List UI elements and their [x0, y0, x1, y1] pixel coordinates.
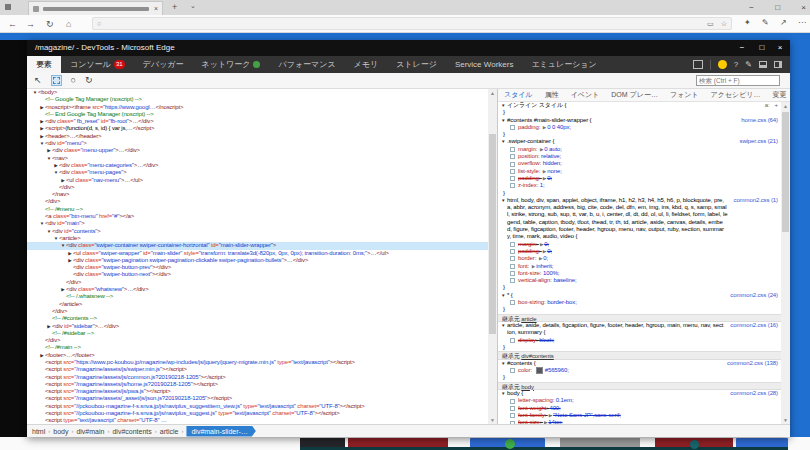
property-checkbox[interactable] — [510, 300, 515, 305]
web-note-icon[interactable]: ✎ — [762, 19, 769, 27]
dom-tree-node[interactable]: </article> — [27, 301, 488, 308]
css-property[interactable]: list-style: ▶none; — [498, 168, 781, 175]
css-property[interactable]: border: ▶0; — [498, 255, 781, 262]
tab-preview-chevron-icon[interactable]: ⌄ — [190, 2, 196, 10]
scroll-up-icon[interactable]: ▲ — [781, 102, 790, 110]
dom-refresh-icon[interactable]: ↻ — [85, 76, 93, 85]
dom-tree-node[interactable]: <script src="/magazine/assets/_asset/js/… — [27, 395, 488, 402]
dom-tree-node[interactable]: ▼<nav> — [27, 155, 488, 162]
dom-tree-node[interactable]: ▶<div class="menu-upper">…</div> — [27, 147, 488, 154]
css-file-link[interactable]: common2.css (28) — [730, 390, 778, 397]
dom-tree-node[interactable]: <!-- /#main --> — [27, 344, 488, 351]
styles-scrollbar[interactable]: ▲ ▼ — [781, 102, 790, 424]
browser-maximize-button[interactable]: □ — [775, 1, 780, 14]
dom-tree-node[interactable]: ▼<div id="main"> — [27, 220, 488, 227]
devtools-tab-3[interactable]: デバッガー — [134, 56, 193, 73]
css-property[interactable]: box-sizing: border-box; — [498, 299, 781, 306]
dom-tree-node[interactable]: <!-- End Google Tag Manager (noscript) -… — [27, 111, 488, 118]
reading-view-icon[interactable]: ▭ — [707, 20, 714, 28]
inherited-element[interactable]: div#contents — [521, 353, 554, 359]
more-icon[interactable]: ⋯ — [798, 19, 806, 27]
css-property[interactable]: margin: ▶0; — [498, 241, 781, 248]
css-property[interactable]: letter-spacing: 0.1em; — [498, 397, 781, 404]
dom-tree-node[interactable]: <!-- Google Tag Manager (noscript) --> — [27, 96, 488, 103]
dom-tree-node[interactable]: ▼<article> — [27, 235, 488, 242]
browser-close-button[interactable]: × — [801, 1, 806, 14]
dom-tree-node[interactable]: <div class="swiper-button-prev"></div> — [27, 264, 488, 271]
breadcrumb-item[interactable]: div#main — [76, 428, 104, 435]
dom-tree-node[interactable]: <a class="btn-menu" href="#"></a> — [27, 213, 488, 220]
breadcrumb-item[interactable]: article — [160, 428, 179, 435]
styles-tab-1[interactable]: スタイル — [498, 89, 539, 101]
property-checkbox[interactable] — [510, 154, 515, 159]
browser-tab[interactable]: × — [28, 1, 163, 15]
devtools-tab-6[interactable]: メモリ — [345, 56, 388, 73]
property-checkbox[interactable] — [510, 399, 515, 404]
pseudo-state-button[interactable]: a: — [765, 102, 770, 109]
dom-tree-node[interactable]: <!-- /.whatsnew --> — [27, 293, 488, 300]
new-rule-button[interactable]: + — [775, 102, 778, 109]
devtools-tab-4[interactable]: ネットワーク — [193, 56, 270, 73]
dom-tree-node[interactable]: ▼<div class="swiper-container swiper-con… — [27, 242, 488, 249]
breadcrumb-item[interactable]: div#contents — [112, 428, 151, 435]
dom-tree-node[interactable]: </div> — [27, 308, 488, 315]
dom-tree-node[interactable]: </div> — [27, 198, 488, 205]
breadcrumb-item[interactable]: div#main-slider-… — [186, 426, 255, 437]
devtools-tab-8[interactable]: Service Workers — [446, 56, 523, 73]
dom-tree-node[interactable]: ▶<div class="swiper-pagination swiper-pa… — [27, 257, 488, 264]
favorite-star-icon[interactable]: ☆ — [721, 20, 727, 28]
dom-tree-node[interactable]: <script src="//pckoubou-magazine-f-s.snv… — [27, 403, 488, 410]
css-file-link[interactable]: common2.css (16) — [730, 322, 778, 329]
property-checkbox[interactable] — [510, 338, 515, 343]
dom-tree-node[interactable]: ▶<div id="sidebar">…</div> — [27, 323, 488, 330]
inherited-element[interactable]: body — [521, 384, 534, 390]
css-property[interactable]: font-family: ▶"Noto Sans JP",sans-serif; — [498, 412, 781, 419]
dom-tree-node[interactable]: <!-- /#sidebar --> — [27, 330, 488, 337]
property-checkbox[interactable] — [510, 413, 515, 418]
styles-tab-2[interactable]: 属性 — [539, 89, 565, 101]
breadcrumb-item[interactable]: body — [53, 428, 68, 435]
dom-tree-node[interactable]: ▶<noscript><iframe src="https://www.goog… — [27, 104, 488, 111]
property-checkbox[interactable] — [510, 242, 515, 247]
feedback-smiley-icon[interactable] — [718, 60, 727, 69]
site-info-icon[interactable]: ○ — [97, 20, 101, 27]
css-rule-selector[interactable]: ▼html, body, div, span, applet, object, … — [498, 197, 781, 241]
scroll-up-icon[interactable]: ▲ — [488, 89, 497, 97]
devtools-minimize-button[interactable]: − — [734, 40, 750, 56]
css-property[interactable]: color: #565960; — [498, 367, 781, 374]
dock-right-icon[interactable] — [774, 61, 782, 68]
css-file-link[interactable]: common2.css (138) — [727, 360, 778, 367]
css-rule-selector[interactable]: ▼#contents {common2.css (138) — [498, 360, 781, 367]
element-highlighting-icon[interactable] — [51, 75, 62, 86]
property-checkbox[interactable] — [510, 125, 515, 130]
dom-tree-node[interactable]: ▶<ul class="swiper-wrapper" id="main-sli… — [27, 250, 488, 257]
forward-button[interactable]: → — [26, 18, 35, 30]
dom-tree-node[interactable]: ▼<body> — [27, 89, 488, 96]
property-checkbox[interactable] — [510, 147, 515, 152]
property-checkbox[interactable] — [510, 162, 515, 167]
tree-scrollbar[interactable]: ▲ ▼ — [488, 89, 497, 424]
dom-tree-node[interactable]: </div> — [27, 184, 488, 191]
dom-tree-node[interactable]: ▼<div id="menu"> — [27, 140, 488, 147]
css-property[interactable]: display: block; — [498, 337, 781, 344]
dom-tree-node[interactable]: <script src="/magazine/assets/js/pwa.js"… — [27, 388, 488, 395]
styles-tab-4[interactable]: DOM ブレー… — [605, 89, 664, 101]
devtools-tab-5[interactable]: パフォーマンス — [269, 56, 344, 73]
css-rule-selector[interactable]: ▼article, aside, details, figcaption, fi… — [498, 322, 781, 337]
css-property[interactable]: padding: ▶0 0 40px; — [498, 124, 781, 131]
breadcrumb-item[interactable]: html — [32, 428, 45, 435]
tree-scrollbar-thumb[interactable] — [489, 134, 496, 334]
devtools-tab-1[interactable]: 要素 — [27, 56, 61, 73]
css-rule-selector[interactable]: ▼インライン スタイル {a:+ — [498, 102, 781, 109]
home-button[interactable]: ⌂ — [66, 18, 71, 30]
dom-tree-node[interactable]: <script src="/magazine/assets/js/common.… — [27, 374, 488, 381]
search-input[interactable] — [696, 75, 780, 86]
property-checkbox[interactable] — [510, 368, 515, 373]
css-rule-selector[interactable]: ▼.swiper-container {swiper.css (21) — [498, 138, 781, 145]
styles-tab-5[interactable]: フォント — [664, 89, 705, 101]
styles-tab-6[interactable]: アクセシビリ… — [705, 89, 767, 101]
property-checkbox[interactable] — [510, 169, 515, 174]
devtools-close-button[interactable]: × — [772, 40, 788, 56]
styles-scrollbar-thumb[interactable] — [782, 112, 789, 232]
dom-tree-node[interactable]: ▶<footer>…</footer> — [27, 352, 488, 359]
